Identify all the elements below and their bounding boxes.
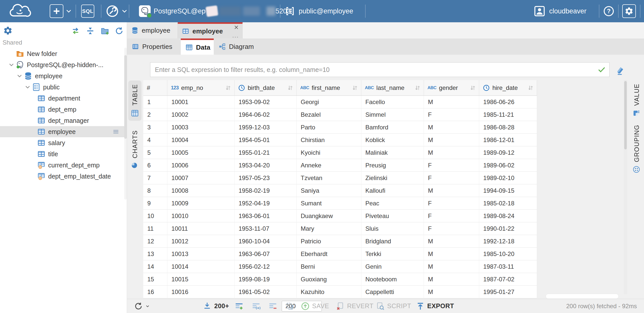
cell-birth_date[interactable]: 1964-06-02	[235, 108, 297, 121]
column-header-emp_no[interactable]: 123emp_no	[167, 80, 235, 96]
cell-birth_date[interactable]: 1954-05-01	[235, 134, 297, 146]
cell-gender[interactable]: F	[424, 108, 479, 121]
cell-first_name[interactable]: Patricio	[297, 235, 361, 248]
cell-birth_date[interactable]: 1963-06-07	[235, 248, 297, 260]
tab-diagram[interactable]: Diagram	[214, 38, 263, 55]
cell-last_name[interactable]: Simmel	[361, 108, 424, 121]
cell-gender[interactable]: M	[424, 273, 479, 286]
cell-first_name[interactable]: Saniya	[297, 184, 361, 197]
column-header-first_name[interactable]: ABCfirst_name	[297, 80, 361, 96]
tree-item-public[interactable]: public	[0, 82, 127, 93]
row-number-cell[interactable]: 3	[143, 121, 167, 134]
panel-tab-value[interactable]: VALUE	[630, 80, 643, 121]
cell-hire_date[interactable]: 1989-02-10	[479, 172, 537, 184]
user-avatar-icon[interactable]	[533, 5, 546, 17]
tree-item-postgresql-ep-hidden-[interactable]: PostgreSQL@ep-hidden-...	[0, 59, 127, 70]
tree-item-salary[interactable]: salary	[0, 137, 127, 148]
row-menu-icon[interactable]	[112, 128, 120, 135]
cell-emp_no[interactable]: 10012	[167, 235, 235, 248]
cell-last_name[interactable]: Terkki	[361, 248, 424, 260]
cell-emp_no[interactable]: 10002	[167, 108, 235, 121]
cell-first_name[interactable]: Georgi	[297, 96, 361, 108]
cell-last_name[interactable]: Facello	[361, 96, 424, 108]
close-icon[interactable]	[233, 24, 239, 30]
tab-employee-database[interactable]: employee	[127, 22, 178, 38]
cell-hire_date[interactable]: 1992-12-18	[479, 235, 537, 248]
fetch-more-button[interactable]: 200+	[203, 299, 229, 313]
cell-hire_date[interactable]: 1990-01-22	[479, 222, 537, 235]
cell-first_name[interactable]: Chirstian	[297, 134, 361, 146]
cell-first_name[interactable]: Anneke	[297, 159, 361, 172]
tree-item-dept-emp-latest-date[interactable]: dept_emp_latest_date	[0, 171, 127, 182]
tree-item-department[interactable]: department	[0, 93, 127, 104]
row-number-cell[interactable]: 11	[143, 222, 167, 235]
sort-icon[interactable]	[414, 84, 421, 91]
cell-last_name[interactable]: Nooteboom	[361, 273, 424, 286]
cell-birth_date[interactable]: 1957-05-23	[235, 172, 297, 184]
copy-result-button[interactable]	[285, 299, 294, 313]
cell-hire_date[interactable]: 1987-03-11	[479, 260, 537, 273]
presentation-tab-charts[interactable]: CHARTS	[128, 127, 141, 173]
tree-item-employee[interactable]: employee	[0, 70, 127, 82]
tab-overflow-menu[interactable]: ...	[232, 32, 239, 39]
cell-birth_date[interactable]: 1958-02-19	[235, 184, 297, 197]
cell-birth_date[interactable]: 1960-10-04	[235, 235, 297, 248]
tree-item-employee[interactable]: employee	[0, 126, 127, 137]
column-header-gender[interactable]: ABCgender	[424, 80, 479, 96]
cell-first_name[interactable]: Mary	[297, 222, 361, 235]
tree-item-dept-emp[interactable]: dept_emp	[0, 104, 127, 115]
cell-first_name[interactable]: Kazuhito	[297, 286, 361, 298]
cell-hire_date[interactable]: 1989-08-24	[479, 210, 537, 222]
row-number-cell[interactable]: 1	[143, 96, 167, 108]
sort-icon[interactable]	[351, 84, 359, 91]
sql-filter-input[interactable]	[150, 66, 598, 73]
row-number-cell[interactable]: 4	[143, 134, 167, 146]
cell-emp_no[interactable]: 10003	[167, 121, 235, 134]
refresh-tree-button[interactable]	[115, 26, 124, 35]
sidebar-scrollbar[interactable]	[124, 48, 127, 200]
connection-selector[interactable]: PostgreSQL@ep5203	[154, 0, 291, 22]
cell-hire_date[interactable]: 1985-11-21	[479, 108, 537, 121]
row-number-cell[interactable]: 10	[143, 210, 167, 222]
cell-birth_date[interactable]: 1955-01-21	[235, 146, 297, 159]
cell-gender[interactable]: M	[424, 96, 479, 108]
cell-emp_no[interactable]: 10005	[167, 146, 235, 159]
chevron-down-icon[interactable]	[15, 73, 24, 79]
cell-birth_date[interactable]: 1953-04-20	[235, 159, 297, 172]
tree-item-new-folder[interactable]: New folder	[0, 48, 127, 59]
cell-gender[interactable]: M	[424, 146, 479, 159]
cell-first_name[interactable]: Kyoichi	[297, 146, 361, 159]
cell-emp_no[interactable]: 10004	[167, 134, 235, 146]
cell-birth_date[interactable]: 1959-12-03	[235, 121, 297, 134]
cell-birth_date[interactable]: 1963-06-01	[235, 210, 297, 222]
cell-hire_date[interactable]: 1985-10-20	[479, 248, 537, 260]
row-number-cell[interactable]: 8	[143, 184, 167, 197]
cell-birth_date[interactable]: 1959-08-19	[235, 273, 297, 286]
cell-gender[interactable]: M	[424, 248, 479, 260]
tab-properties[interactable]: Properties	[127, 38, 181, 55]
cell-emp_no[interactable]: 10008	[167, 184, 235, 197]
cell-birth_date[interactable]: 1953-09-02	[235, 96, 297, 108]
cell-last_name[interactable]: Sluis	[361, 222, 424, 235]
cell-emp_no[interactable]: 10006	[167, 159, 235, 172]
scrollbar-thumb[interactable]	[624, 81, 627, 149]
duplicate-row-button[interactable]	[252, 299, 261, 313]
cell-hire_date[interactable]: 1989-06-02	[479, 159, 537, 172]
add-row-button[interactable]	[235, 299, 244, 313]
column-header-last_name[interactable]: ABClast_name	[361, 80, 424, 96]
sort-icon[interactable]	[527, 84, 534, 91]
save-button[interactable]: SAVE	[301, 299, 329, 313]
cell-gender[interactable]: M	[424, 184, 479, 197]
clear-filter-eraser-icon[interactable]	[615, 65, 625, 75]
cell-emp_no[interactable]: 10013	[167, 248, 235, 260]
row-number-cell[interactable]: 14	[143, 260, 167, 273]
column-header-hire_date[interactable]: hire_date	[479, 80, 537, 96]
sort-icon[interactable]	[225, 84, 232, 91]
cell-emp_no[interactable]: 10016	[167, 286, 235, 298]
cell-gender[interactable]: F	[424, 210, 479, 222]
cell-hire_date[interactable]: 1986-08-28	[479, 121, 537, 134]
cell-gender[interactable]: M	[424, 235, 479, 248]
cell-emp_no[interactable]: 10009	[167, 197, 235, 210]
settings-button[interactable]	[622, 4, 636, 18]
schema-context-selector[interactable]: public@employee	[299, 0, 353, 22]
